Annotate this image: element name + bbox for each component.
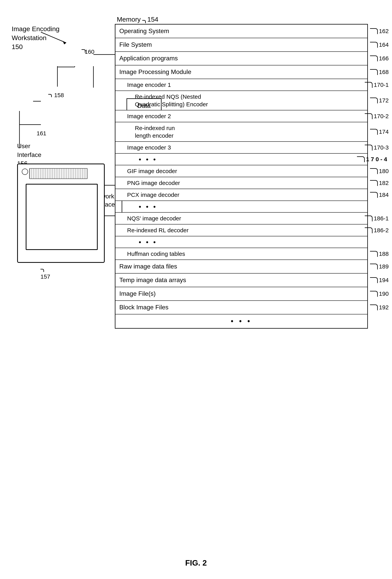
row-png-number: 182 <box>370 180 389 186</box>
row-nqs-decoder: NQS' image decoder 186-1 <box>115 213 367 224</box>
row-final-ellipsis: • • • <box>115 314 367 328</box>
workstation-text: Image Encoding Workstation 150 <box>12 25 60 50</box>
row-block-label: Block Image Files <box>115 301 367 313</box>
row-png-label: PNG image decoder <box>115 177 367 189</box>
row-temp-number: 194 <box>370 277 389 284</box>
monitor-outer <box>17 163 105 263</box>
row-encoder1-number: 170-1 <box>365 81 389 88</box>
row-temp-label: Temp image data arrays <box>115 274 367 286</box>
row-rl-decoder: Re-indexed RL decoder 186-2 <box>115 224 367 236</box>
row-image-files: Image File(s) 190 <box>115 287 367 301</box>
row-temp-data: Temp image data arrays 194 <box>115 274 367 287</box>
row-nqs-dec-number: 186-1 <box>365 215 389 222</box>
data-port-number: 160 <box>85 49 94 55</box>
memory-title: Memory <box>117 16 141 23</box>
row-encoder3: Image encoder 3 170-3 <box>115 142 367 154</box>
monitor-number: 157 <box>41 267 50 280</box>
row-rl-label: Re-indexed runlength encoder <box>115 122 367 141</box>
row-png-decoder: PNG image decoder 182 <box>115 177 367 189</box>
row-encoder1: Image encoder 1 170-1 <box>115 79 367 91</box>
row-ellipsis-encoder: • • • 170-4 <box>115 154 367 165</box>
row-app-label: Application programs <box>115 52 367 65</box>
row-encoder1-label: Image encoder 1 <box>115 79 367 90</box>
row-ipm: Image Processing Module 168 <box>115 66 367 79</box>
row-ellipsis-decoders: • • • <box>115 201 367 213</box>
dp-bracket <box>81 49 85 53</box>
memory-number: 154 <box>147 16 158 23</box>
row-encoder2-label: Image encoder 2 <box>115 110 367 122</box>
row-raw-label: Raw image data files <box>115 260 367 273</box>
row-rl-encoder: Re-indexed runlength encoder 174 <box>115 122 367 142</box>
figure-label: FIG. 2 <box>185 559 207 567</box>
row-nqs-label: Re-indexed NQS (NestedQuadratic Splittin… <box>115 91 367 110</box>
row-pcx-decoder: PCX image decoder 184 <box>115 189 367 201</box>
net-number: 158 <box>48 92 64 98</box>
keyboard <box>29 168 88 179</box>
row-nqs-encoder: Re-indexed NQS (NestedQuadratic Splittin… <box>115 91 367 110</box>
workstation-label: Image Encoding Workstation 150 <box>12 16 62 51</box>
row-encoder3-number: 170-3 <box>365 144 389 151</box>
row-nqs-number: 172 <box>370 97 389 104</box>
row-pcx-label: PCX image decoder <box>115 189 367 201</box>
row-pcx-number: 184 <box>370 192 389 198</box>
row-ellipsis-rl: • • • <box>115 236 367 248</box>
row-huffman-label: Huffman coding tables <box>115 248 367 260</box>
row-block-number: 192 <box>370 304 389 311</box>
row-rl-dec-number: 186-2 <box>365 227 389 234</box>
row-raw-number: 189 <box>370 263 389 270</box>
row-fs-label: File System <box>115 39 367 51</box>
row-huffman: Huffman coding tables 188 <box>115 248 367 260</box>
label-161: 161 <box>37 130 46 137</box>
row-fs-number: 164 <box>370 41 389 48</box>
memory-table: Operating System 162 File System 164 App… <box>115 24 368 329</box>
row-ipm-label: Image Processing Module <box>115 66 367 78</box>
row-app-programs: Application programs 166 <box>115 52 367 66</box>
row-app-number: 166 <box>370 55 389 62</box>
row-gif-label: GIF image decoder <box>115 165 367 177</box>
row-rl-dec-label: Re-indexed RL decoder <box>115 224 367 236</box>
row-gif-number: 180 <box>370 168 389 174</box>
memory-section: Memory 154 Operating System 162 File Sys… <box>115 16 368 329</box>
monitor-button <box>22 169 28 175</box>
memory-header: Memory 154 <box>117 16 368 23</box>
diagram: Image Encoding Workstation 150 160 Data … <box>0 0 392 579</box>
row-encoder2-number: 170-2 <box>365 113 389 120</box>
row-encoder3-label: Image encoder 3 <box>115 142 367 153</box>
row-ellipsis-enc-number: 170-4 <box>357 156 389 163</box>
row-operating-system: Operating System 162 <box>115 24 367 38</box>
svg-marker-6 <box>63 41 66 44</box>
row-os-number: 162 <box>370 28 389 34</box>
row-image-files-number: 190 <box>370 290 389 297</box>
row-ipm-number: 168 <box>370 69 389 75</box>
monitor-screen <box>26 184 98 250</box>
row-os-label: Operating System <box>115 25 367 37</box>
row-encoder2: Image encoder 2 170-2 <box>115 110 367 122</box>
row-image-files-label: Image File(s) <box>115 288 367 300</box>
row-raw-data: Raw image data files 189 <box>115 260 367 274</box>
row-nqs-dec-label: NQS' image decoder <box>115 213 367 224</box>
row-rl-number: 174 <box>370 129 389 135</box>
row-gif-decoder: GIF image decoder 180 <box>115 165 367 177</box>
row-file-system: File System 164 <box>115 38 367 52</box>
row-huffman-number: 188 <box>370 251 389 257</box>
row-block-image: Block Image Files 192 <box>115 301 367 314</box>
